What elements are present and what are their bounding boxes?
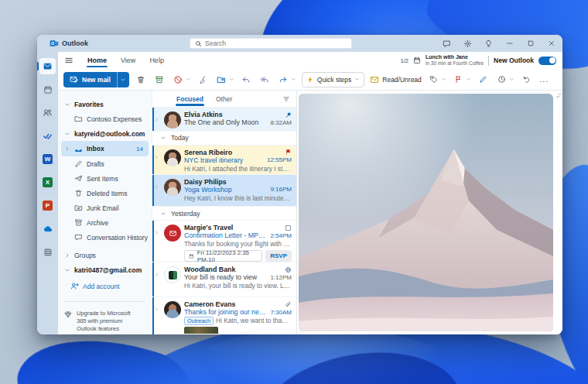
scrollbar[interactable]	[556, 91, 562, 334]
folder-label: Drafts	[87, 160, 104, 168]
rsvp-button[interactable]: RSVP	[265, 250, 292, 262]
attachment-thumbnail[interactable]	[184, 327, 218, 334]
new-outlook-toggle[interactable]	[538, 57, 556, 65]
new-outlook-label: New Outlook	[494, 57, 534, 64]
undo-icon[interactable]	[520, 72, 533, 87]
tab-home[interactable]: Home	[86, 53, 108, 67]
group-header-yesterday[interactable]: Yesterday	[152, 207, 296, 221]
folder-archive[interactable]: Archive	[58, 215, 152, 230]
rail-excel-icon[interactable]: X	[39, 174, 56, 190]
search-bar[interactable]	[190, 38, 352, 49]
divider	[488, 56, 489, 66]
more-options-button[interactable]: ...	[540, 75, 549, 84]
archive-icon[interactable]	[153, 72, 166, 87]
hamburger-menu-icon[interactable]	[64, 56, 75, 65]
tab-view[interactable]: View	[119, 53, 137, 67]
message-row[interactable]: Woodland Bank Your bill is ready to view…	[152, 262, 296, 297]
sweep-icon[interactable]	[197, 72, 210, 87]
move-dropdown-icon[interactable]	[229, 77, 234, 82]
folder-deleted-items[interactable]: Deleted Items	[58, 186, 152, 201]
folder-inbox[interactable]: Inbox 14	[61, 141, 149, 156]
groups-header[interactable]: Groups	[58, 248, 152, 262]
tab-help[interactable]: Help	[148, 53, 166, 67]
close-button[interactable]	[546, 39, 556, 49]
new-mail-dropdown[interactable]	[117, 72, 129, 87]
reply-all-icon[interactable]	[258, 72, 272, 87]
maximize-button[interactable]	[525, 39, 535, 49]
snooze-clock-icon[interactable]	[495, 72, 508, 87]
folder-junk-email[interactable]: Junk Email	[58, 201, 152, 215]
inbox-icon	[74, 145, 83, 153]
message-row[interactable]: Margie's Travel Confirmation Letter - MP…	[152, 221, 296, 262]
avatar	[164, 266, 181, 283]
report-icon[interactable]	[172, 72, 185, 87]
app-title: Outlook	[62, 39, 88, 47]
flag-icon[interactable]	[452, 72, 465, 87]
message-row-selected[interactable]: Daisy Philips Yoga Workshop 9:16PM Hey K…	[152, 175, 296, 207]
outlook-logo: Outlook	[50, 39, 88, 48]
scroll-down-chevron-icon[interactable]	[557, 91, 562, 97]
flag-icon[interactable]	[285, 149, 292, 156]
rail-word-icon[interactable]: W	[39, 151, 56, 167]
new-mail-button[interactable]: New mail	[63, 72, 129, 87]
read-unread-button[interactable]: Read/Unread	[370, 75, 422, 84]
categorize-dropdown-icon[interactable]	[441, 77, 446, 82]
chevron-down-icon	[64, 267, 70, 273]
quick-steps-control[interactable]: Quick steps	[302, 72, 364, 87]
edit-pencil-icon[interactable]	[477, 72, 490, 87]
folder-sent-items[interactable]: Sent Items	[58, 171, 152, 186]
chevron-right-icon	[64, 252, 70, 259]
upgrade-promo[interactable]: Upgrade to Microsoft 365 with premium Ou…	[58, 308, 152, 334]
rail-mail-icon[interactable]	[39, 58, 56, 74]
folder-contoso-expenses[interactable]: Contoso Expenses	[58, 111, 152, 126]
expand-chevron-icon[interactable]	[154, 178, 161, 205]
tab-focused[interactable]: Focused	[176, 92, 204, 106]
meeting-peek[interactable]: Lunch with Jane in 30 min at Fourth Coff…	[426, 54, 484, 67]
calendar-icon	[189, 253, 194, 259]
rail-todo-icon[interactable]	[39, 128, 56, 144]
filter-icon[interactable]	[282, 95, 290, 103]
feedback-icon[interactable]	[442, 39, 452, 49]
forward-icon[interactable]	[277, 72, 290, 87]
premium-diamond-icon	[64, 310, 72, 333]
folder-drafts[interactable]: Drafts	[58, 156, 152, 171]
rsvp-date-text: Fri 11/22/2023 2:35 PM-10	[197, 249, 258, 263]
search-input[interactable]	[205, 39, 329, 47]
rail-calendar-icon[interactable]	[39, 81, 56, 98]
flag-dropdown-icon[interactable]	[466, 77, 471, 82]
tab-other[interactable]: Other	[215, 92, 233, 106]
peek-subtitle: in 30 min at Fourth Coffee	[426, 60, 484, 66]
forward-dropdown-icon[interactable]	[291, 77, 296, 82]
expand-chevron-icon[interactable]	[154, 224, 161, 260]
add-account-button[interactable]: Add account	[58, 279, 152, 293]
rail-onedrive-icon[interactable]	[39, 221, 56, 237]
group-header-today[interactable]: Today	[152, 132, 296, 146]
tips-lightbulb-icon[interactable]	[484, 39, 494, 49]
expand-chevron-icon[interactable]	[154, 149, 161, 173]
snooze-dropdown-icon[interactable]	[509, 77, 514, 82]
rail-more-apps-icon[interactable]	[39, 244, 56, 260]
message-row[interactable]: Serena Ribeiro NYC travel itinerary 12:5…	[152, 146, 296, 175]
sender-name: Cameron Evans	[184, 300, 282, 308]
rsvp-date-chip[interactable]: Fri 11/22/2023 2:35 PM-10	[184, 250, 262, 262]
reply-icon[interactable]	[240, 72, 253, 87]
upgrade-text: Upgrade to Microsoft 365 with premium Ou…	[77, 310, 140, 333]
delete-icon[interactable]	[135, 72, 148, 87]
settings-gear-icon[interactable]	[463, 39, 473, 49]
move-to-folder-icon[interactable]	[215, 72, 228, 87]
expand-chevron-icon[interactable]	[154, 266, 161, 295]
peek-pagination: 1/2	[401, 57, 409, 64]
rail-powerpoint-icon[interactable]: P	[39, 197, 56, 214]
favorites-header[interactable]: Favorites	[58, 97, 152, 111]
minimize-button[interactable]	[504, 39, 514, 49]
expand-chevron-icon[interactable]	[154, 300, 161, 333]
rail-people-icon[interactable]	[39, 105, 56, 121]
categorize-tag-icon[interactable]	[427, 72, 440, 87]
folder-conversation-history[interactable]: Conversation History	[58, 230, 152, 245]
report-dropdown-icon[interactable]	[186, 77, 191, 82]
message-row[interactable]: Cameron Evans Thanks for joining our net…	[152, 297, 296, 334]
expand-chevron-icon[interactable]	[154, 111, 161, 129]
message-row[interactable]: Elvia Atkins The One and Only Moon 8:32A…	[152, 108, 296, 132]
account-katyreid[interactable]: katyreid@outlook.com	[58, 126, 152, 141]
account-katri0487[interactable]: katri0487@gmail.com	[58, 262, 152, 277]
